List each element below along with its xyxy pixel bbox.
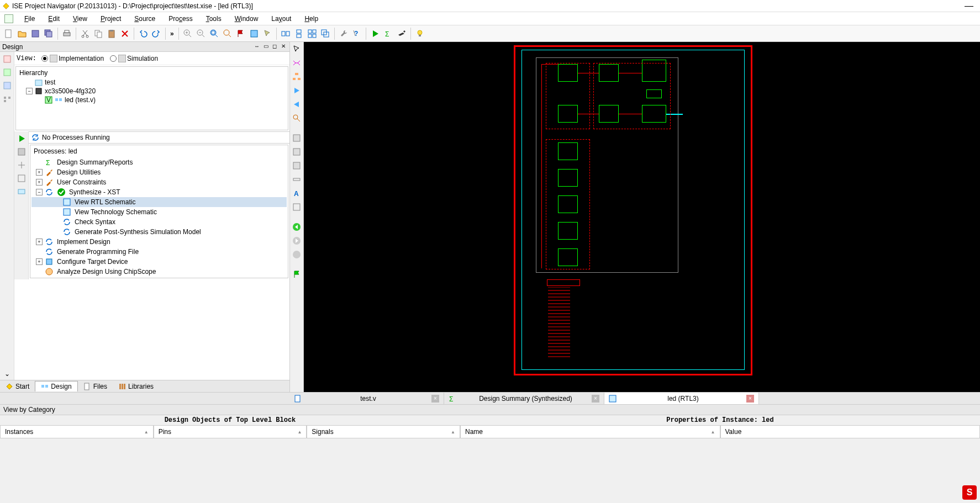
menu-edit[interactable]: Edit xyxy=(41,14,66,24)
doc-tab-testv[interactable]: test.v × xyxy=(289,393,444,404)
ct-btn-b[interactable] xyxy=(291,146,303,158)
net-tool[interactable] xyxy=(291,57,303,69)
proc-btn-4[interactable] xyxy=(15,172,28,184)
menu-tools[interactable]: Tools xyxy=(199,14,228,24)
undo-button[interactable] xyxy=(136,27,150,40)
proc-implement[interactable]: + Implement Design xyxy=(31,237,287,247)
pointer-tool[interactable] xyxy=(261,27,274,40)
proc-view-rtl[interactable]: View RTL Schematic xyxy=(31,197,287,207)
zoom-fit-button[interactable] xyxy=(208,27,221,40)
lt-btn-2[interactable] xyxy=(1,66,13,78)
tab-design[interactable]: Design xyxy=(35,381,77,391)
ct-btn-e[interactable] xyxy=(291,201,303,213)
menu-view[interactable]: View xyxy=(66,14,94,24)
run-button[interactable] xyxy=(368,27,382,40)
delete-button[interactable] xyxy=(118,27,131,40)
menu-file[interactable]: File xyxy=(18,14,41,24)
copy-button[interactable] xyxy=(92,27,105,40)
wrench-button[interactable] xyxy=(337,27,350,40)
ct-btn-c[interactable] xyxy=(291,160,303,172)
ct-btn-d[interactable] xyxy=(291,173,303,186)
expander-icon[interactable]: − xyxy=(36,189,43,195)
close-tab-icon[interactable]: × xyxy=(746,395,754,403)
proc-design-utilities[interactable]: + Design Utilities xyxy=(31,167,287,177)
expander-icon[interactable]: + xyxy=(36,169,43,176)
doc-tab-rtl[interactable]: led (RTL3) × xyxy=(604,393,759,404)
tree-device[interactable]: − xc3s500e-4fg320 xyxy=(17,87,287,96)
zoom-flag-button[interactable] xyxy=(234,27,247,40)
panel-max-icon[interactable]: ◻ xyxy=(271,43,278,51)
layout-grid-button[interactable] xyxy=(305,27,319,40)
col-pins[interactable]: Pins ▲ xyxy=(154,425,307,438)
col-signals[interactable]: Signals ▲ xyxy=(307,425,460,438)
schematic-canvas[interactable]: /*placeholder*/ xyxy=(304,42,980,392)
tab-libraries[interactable]: Libraries xyxy=(113,382,159,391)
col-name[interactable]: Name ▲ xyxy=(460,425,720,438)
save-all-button[interactable] xyxy=(42,27,55,40)
menu-source[interactable]: Source xyxy=(128,14,162,24)
lt-btn-4[interactable] xyxy=(1,93,13,105)
nav-fwd-button[interactable] xyxy=(291,235,303,247)
flag-tool[interactable] xyxy=(291,268,303,280)
layout-v-button[interactable] xyxy=(292,27,305,40)
print-button[interactable] xyxy=(60,27,73,40)
panel-close-icon[interactable]: ✕ xyxy=(280,43,287,51)
implementation-radio[interactable] xyxy=(41,55,48,62)
menu-layout[interactable]: Layout xyxy=(265,14,298,24)
expander-icon[interactable]: + xyxy=(36,258,43,265)
proc-btn-3[interactable] xyxy=(15,159,28,171)
proc-user-constraints[interactable]: + User Constraints xyxy=(31,177,287,187)
text-tool[interactable]: A xyxy=(291,187,303,199)
close-tab-icon[interactable]: × xyxy=(592,395,599,403)
proc-check-syntax[interactable]: Check Syntax xyxy=(31,217,287,227)
redo-button[interactable] xyxy=(150,27,163,40)
panel-dock-icon[interactable]: ↔ xyxy=(253,43,261,51)
nav-stop-button[interactable] xyxy=(291,248,303,261)
proc-gen-post[interactable]: Generate Post-Synthesis Simulation Model xyxy=(31,227,287,237)
new-button[interactable] xyxy=(2,27,15,40)
proc-analyze[interactable]: Analyze Design Using ChipScope xyxy=(31,267,287,277)
expander-icon[interactable]: − xyxy=(26,88,33,94)
zoom-area-button[interactable] xyxy=(221,27,234,40)
select-tool[interactable] xyxy=(291,43,303,55)
layout-h-button[interactable] xyxy=(279,27,292,40)
toolbar-more[interactable]: » xyxy=(168,30,176,38)
lt-btn-1[interactable] xyxy=(1,53,13,65)
doc-tab-summary[interactable]: Σ Design Summary (Synthesized) × xyxy=(444,393,604,404)
help-button[interactable]: ? xyxy=(350,27,363,40)
tree-module[interactable]: V led (test.v) xyxy=(17,96,287,104)
play-tool[interactable] xyxy=(291,84,303,97)
tree-project[interactable]: test xyxy=(17,78,287,87)
proc-btn-2[interactable] xyxy=(15,146,28,158)
tab-files[interactable]: Files xyxy=(78,382,113,391)
menu-process[interactable]: Process xyxy=(162,14,199,24)
proc-view-tech[interactable]: View Technology Schematic xyxy=(31,207,287,217)
proc-gen-prog[interactable]: Generate Programming File xyxy=(31,247,287,257)
menu-project[interactable]: Project xyxy=(94,14,128,24)
proc-synthesize[interactable]: − Synthesize - XST xyxy=(31,187,287,197)
hierarchy-tool[interactable] xyxy=(291,71,303,83)
telescope-button[interactable] xyxy=(395,27,408,40)
ime-indicator-icon[interactable]: S xyxy=(962,485,977,500)
cut-button[interactable] xyxy=(78,27,92,40)
lightbulb-button[interactable] xyxy=(413,27,426,40)
run-process-button[interactable] xyxy=(15,133,28,145)
paste-button[interactable] xyxy=(105,27,118,40)
menu-window[interactable]: Window xyxy=(228,14,265,24)
simulation-radio[interactable] xyxy=(110,55,117,62)
col-instances[interactable]: Instances ▲ xyxy=(0,425,154,438)
lt-btn-3[interactable] xyxy=(1,80,13,92)
zoom-in-button[interactable] xyxy=(181,27,194,40)
back-tool[interactable] xyxy=(291,98,303,110)
col-value[interactable]: Value xyxy=(720,425,981,438)
find-tool[interactable] xyxy=(291,112,303,124)
minimize-button[interactable]: — xyxy=(960,1,978,11)
nav-back-button[interactable] xyxy=(291,221,303,233)
layout-cascade-button[interactable] xyxy=(319,27,332,40)
expander-icon[interactable]: + xyxy=(36,179,43,186)
app-menu-icon[interactable] xyxy=(4,14,13,23)
lt-expand-icon[interactable]: ⌄ xyxy=(0,370,14,378)
menu-help[interactable]: Help xyxy=(298,14,325,24)
tab-start[interactable]: Start xyxy=(0,382,35,391)
zoom-out-button[interactable] xyxy=(194,27,208,40)
